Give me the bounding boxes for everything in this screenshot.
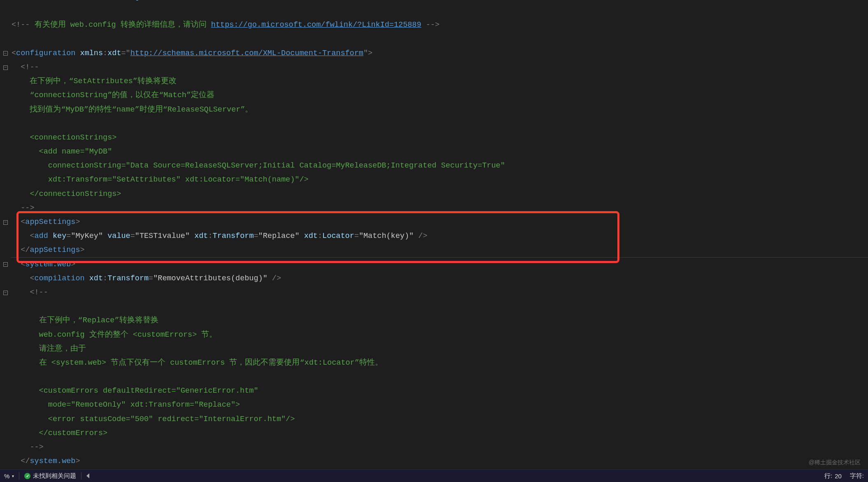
- fold-indicator: [0, 103, 11, 117]
- code-line[interactable]: 找到值为“MyDB”的特性“name”时使用“ReleaseSQLServer”…: [11, 103, 868, 117]
- code-line[interactable]: <add key="MyKey" value="TEST1value" xdt:…: [11, 229, 868, 243]
- code-token: connectionString="Data Source=ReleaseSQL…: [12, 161, 505, 170]
- code-token: 在下例中，“SetAttributes”转换将更改: [12, 77, 177, 86]
- char-indicator[interactable]: 字符:: [846, 472, 868, 480]
- code-line[interactable]: </system.web>: [11, 454, 868, 468]
- fold-indicator: [0, 412, 11, 426]
- code-line[interactable]: <add name="MyDB": [11, 145, 868, 159]
- code-line[interactable]: <appSettings>: [11, 215, 868, 229]
- fold-indicator: [0, 328, 11, 342]
- code-line[interactable]: <connectionStrings>: [11, 131, 868, 145]
- code-line[interactable]: <system.web>: [11, 258, 868, 272]
- char-label: 字符:: [850, 472, 864, 480]
- code-token: Transform: [213, 232, 254, 240]
- code-line[interactable]: <compilation xdt:Transform="RemoveAttrib…: [11, 272, 868, 286]
- code-line[interactable]: <customErrors defaultRedirect="GenericEr…: [11, 384, 868, 398]
- code-token: [268, 274, 272, 283]
- code-token: ">: [363, 49, 372, 58]
- code-line[interactable]: [11, 117, 868, 131]
- code-line[interactable]: [11, 33, 868, 47]
- fold-indicator: [0, 454, 11, 468]
- code-line[interactable]: <!-- 有关使用 web.config 转换的详细信息，请访问 https:/…: [11, 18, 868, 32]
- code-token: add: [35, 232, 48, 240]
- fold-indicator: [0, 440, 11, 454]
- code-token: appSettings: [25, 218, 75, 226]
- fold-indicator: [0, 384, 11, 398]
- code-token: />: [272, 274, 281, 283]
- code-token: 请注意，由于: [12, 345, 86, 353]
- code-line[interactable]: “connectionString”的值，以仅在“Match”定位器: [11, 88, 868, 102]
- code-line[interactable]: </connectionStrings>: [11, 187, 868, 201]
- code-token: [85, 274, 89, 283]
- code-token: 有关使用 web.config 转换的详细信息，请访问: [30, 21, 211, 29]
- code-line[interactable]: </customErrors>: [11, 426, 868, 440]
- code-line[interactable]: connectionString="Data Source=ReleaseSQL…: [11, 159, 868, 173]
- code-line[interactable]: [11, 300, 868, 314]
- code-token: "Replace": [258, 232, 300, 240]
- code-content[interactable]: <?xml version="1.0" encoding="utf-8"?><!…: [11, 0, 868, 469]
- code-token: compilation: [35, 274, 85, 283]
- code-line[interactable]: [11, 4, 868, 18]
- code-line[interactable]: 在 <system.web> 节点下仅有一个 customErrors 节，因此…: [11, 356, 868, 370]
- code-token: "1.0": [75, 0, 98, 1]
- fold-indicator: [0, 4, 11, 18]
- code-token: “connectionString”的值，以仅在“Match”定位器: [12, 91, 214, 100]
- code-line[interactable]: web.config 文件的整个 <customErrors> 节。: [11, 328, 868, 342]
- code-token: <?: [12, 0, 21, 1]
- code-token: system.web: [25, 260, 71, 269]
- code-token: </customErrors>: [12, 429, 107, 438]
- code-line[interactable]: <!--: [11, 61, 868, 75]
- code-line[interactable]: 请注意，由于: [11, 342, 868, 356]
- code-token: mode="RemoteOnly" xdt:Transform="Replace…: [12, 401, 240, 409]
- code-line[interactable]: </appSettings>: [11, 243, 868, 257]
- zoom-indicator[interactable]: % ▾: [0, 473, 18, 480]
- code-token: "TEST1value": [135, 232, 190, 240]
- fold-indicator: [0, 33, 11, 47]
- zoom-label: %: [4, 473, 9, 480]
- code-line[interactable]: <configuration xmlns:xdt="http://schemas…: [11, 47, 868, 61]
- code-line[interactable]: 在下例中，“Replace”转换将替换: [11, 314, 868, 328]
- fold-indicator: [0, 314, 11, 328]
- code-token: =: [149, 274, 153, 283]
- issues-indicator[interactable]: ✓ 未找到相关问题: [20, 472, 80, 480]
- minus-icon: −: [3, 65, 8, 70]
- code-token: "MyKey": [71, 232, 103, 240]
- fold-indicator[interactable]: −: [0, 258, 11, 272]
- fold-indicator[interactable]: −: [0, 61, 11, 75]
- code-line[interactable]: <!--: [11, 286, 868, 300]
- code-token: xmlns: [80, 49, 103, 58]
- code-token: [300, 232, 304, 240]
- code-token: >: [75, 457, 80, 466]
- separator: [19, 472, 19, 480]
- code-line[interactable]: <error statusCode="500" redirect="Intern…: [11, 412, 868, 426]
- code-token: <: [12, 49, 16, 58]
- code-editor[interactable]: −−−−− <?xml version="1.0" encoding="utf-…: [0, 0, 868, 469]
- code-line[interactable]: <?xml version="1.0" encoding="utf-8"?>: [11, 0, 868, 4]
- code-token: https://go.microsoft.com/fwlink/?LinkId=…: [211, 21, 421, 29]
- code-line[interactable]: xdt:Transform="SetAttributes" xdt:Locato…: [11, 173, 868, 187]
- code-token: <: [12, 232, 35, 240]
- fold-indicator: [0, 300, 11, 314]
- code-token: system.web: [30, 457, 75, 466]
- code-token: :: [318, 232, 322, 240]
- code-token: :: [103, 274, 107, 283]
- code-token: =: [130, 232, 135, 240]
- code-token: [98, 0, 103, 1]
- code-line[interactable]: 在下例中，“SetAttributes”转换将更改: [11, 75, 868, 88]
- code-token: :: [208, 232, 212, 240]
- fold-indicator[interactable]: −: [0, 215, 11, 229]
- code-line[interactable]: [11, 370, 868, 384]
- code-line[interactable]: mode="RemoteOnly" xdt:Transform="Replace…: [11, 398, 868, 412]
- minus-icon: −: [3, 262, 8, 267]
- code-token: Transform: [107, 274, 149, 283]
- nav-back[interactable]: [82, 473, 93, 478]
- fold-indicator[interactable]: −: [0, 47, 11, 61]
- line-indicator[interactable]: 行: 20: [820, 472, 846, 480]
- line-value: 20: [835, 473, 842, 480]
- fold-indicator[interactable]: −: [0, 286, 11, 300]
- code-line[interactable]: -->: [11, 201, 868, 215]
- fold-indicator: [0, 0, 11, 4]
- fold-gutter[interactable]: −−−−−: [0, 0, 11, 469]
- code-token: </: [12, 246, 30, 254]
- code-line[interactable]: -->: [11, 440, 868, 454]
